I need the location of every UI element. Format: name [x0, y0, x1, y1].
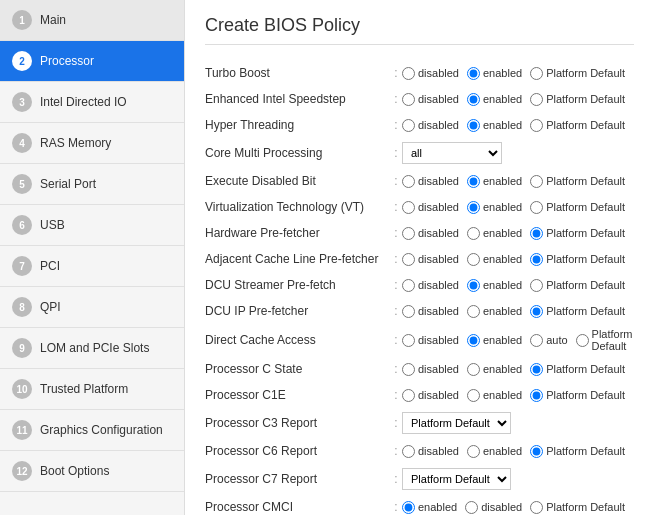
- radio-input[interactable]: [402, 389, 415, 402]
- radio-option[interactable]: disabled: [402, 227, 459, 240]
- radio-option[interactable]: disabled: [402, 175, 459, 188]
- form-select[interactable]: Platform Default: [402, 412, 511, 434]
- sidebar-item-intel-directed-io[interactable]: 3Intel Directed IO: [0, 82, 184, 123]
- radio-input[interactable]: [467, 445, 480, 458]
- radio-option[interactable]: disabled: [402, 389, 459, 402]
- form-select[interactable]: all: [402, 142, 502, 164]
- radio-input[interactable]: [530, 201, 543, 214]
- radio-input[interactable]: [402, 305, 415, 318]
- radio-input[interactable]: [467, 279, 480, 292]
- radio-option[interactable]: disabled: [402, 119, 459, 132]
- radio-option[interactable]: disabled: [402, 67, 459, 80]
- radio-input[interactable]: [465, 501, 478, 514]
- radio-input[interactable]: [467, 93, 480, 106]
- radio-option[interactable]: enabled: [467, 389, 522, 402]
- radio-input[interactable]: [467, 119, 480, 132]
- sidebar-item-graphics-configuration[interactable]: 11Graphics Configuration: [0, 410, 184, 451]
- radio-option[interactable]: enabled: [467, 119, 522, 132]
- radio-option[interactable]: enabled: [467, 93, 522, 106]
- radio-option[interactable]: disabled: [402, 305, 459, 318]
- radio-option[interactable]: Platform Default: [530, 67, 625, 80]
- radio-option[interactable]: Platform Default: [530, 363, 625, 376]
- radio-option[interactable]: disabled: [402, 93, 459, 106]
- form-select[interactable]: Platform Default: [402, 468, 511, 490]
- sidebar-item-boot-options[interactable]: 12Boot Options: [0, 451, 184, 492]
- radio-input[interactable]: [467, 389, 480, 402]
- radio-input[interactable]: [402, 253, 415, 266]
- radio-option[interactable]: Platform Default: [530, 445, 625, 458]
- radio-option[interactable]: enabled: [467, 279, 522, 292]
- radio-option[interactable]: Platform Default: [530, 501, 625, 514]
- radio-input[interactable]: [402, 175, 415, 188]
- radio-option[interactable]: disabled: [402, 445, 459, 458]
- radio-option[interactable]: enabled: [467, 67, 522, 80]
- radio-input[interactable]: [576, 334, 589, 347]
- radio-option[interactable]: Platform Default: [530, 305, 625, 318]
- radio-input[interactable]: [402, 363, 415, 376]
- radio-option[interactable]: Platform Default: [530, 389, 625, 402]
- radio-input[interactable]: [530, 253, 543, 266]
- radio-option[interactable]: enabled: [467, 305, 522, 318]
- radio-input[interactable]: [402, 201, 415, 214]
- radio-input[interactable]: [467, 175, 480, 188]
- radio-option[interactable]: disabled: [402, 279, 459, 292]
- radio-input[interactable]: [467, 363, 480, 376]
- radio-input[interactable]: [402, 334, 415, 347]
- radio-option[interactable]: enabled: [467, 227, 522, 240]
- radio-option[interactable]: disabled: [402, 253, 459, 266]
- radio-option[interactable]: enabled: [467, 201, 522, 214]
- radio-input[interactable]: [530, 389, 543, 402]
- radio-option[interactable]: enabled: [402, 501, 457, 514]
- radio-input[interactable]: [530, 334, 543, 347]
- radio-option[interactable]: Platform Default: [530, 279, 625, 292]
- radio-input[interactable]: [402, 93, 415, 106]
- radio-input[interactable]: [530, 93, 543, 106]
- radio-option[interactable]: enabled: [467, 445, 522, 458]
- radio-option[interactable]: enabled: [467, 175, 522, 188]
- radio-input[interactable]: [467, 201, 480, 214]
- radio-input[interactable]: [530, 175, 543, 188]
- radio-option[interactable]: disabled: [402, 201, 459, 214]
- radio-option[interactable]: Platform Default: [530, 93, 625, 106]
- radio-option[interactable]: Platform Default: [530, 175, 625, 188]
- radio-input[interactable]: [530, 119, 543, 132]
- radio-input[interactable]: [402, 67, 415, 80]
- sidebar-item-main[interactable]: 1Main: [0, 0, 184, 41]
- radio-input[interactable]: [467, 227, 480, 240]
- radio-input[interactable]: [530, 67, 543, 80]
- sidebar-item-ras-memory[interactable]: 4RAS Memory: [0, 123, 184, 164]
- radio-input[interactable]: [402, 119, 415, 132]
- radio-input[interactable]: [530, 227, 543, 240]
- radio-input[interactable]: [467, 67, 480, 80]
- radio-input[interactable]: [467, 305, 480, 318]
- sidebar-item-serial-port[interactable]: 5Serial Port: [0, 164, 184, 205]
- radio-input[interactable]: [530, 363, 543, 376]
- radio-option[interactable]: Platform Default: [530, 227, 625, 240]
- sidebar-item-lom-and-pcie-slots[interactable]: 9LOM and PCIe Slots: [0, 328, 184, 369]
- radio-option[interactable]: auto: [530, 334, 567, 347]
- radio-input[interactable]: [530, 279, 543, 292]
- sidebar-item-trusted-platform[interactable]: 10Trusted Platform: [0, 369, 184, 410]
- radio-input[interactable]: [402, 227, 415, 240]
- radio-option[interactable]: enabled: [467, 334, 522, 347]
- radio-option[interactable]: disabled: [465, 501, 522, 514]
- radio-input[interactable]: [402, 279, 415, 292]
- radio-option[interactable]: disabled: [402, 334, 459, 347]
- radio-option[interactable]: Platform Default: [530, 253, 625, 266]
- radio-option[interactable]: enabled: [467, 253, 522, 266]
- radio-option[interactable]: Platform Default: [530, 119, 625, 132]
- radio-input[interactable]: [467, 334, 480, 347]
- radio-input[interactable]: [530, 501, 543, 514]
- sidebar-item-usb[interactable]: 6USB: [0, 205, 184, 246]
- sidebar-item-qpi[interactable]: 8QPI: [0, 287, 184, 328]
- radio-option[interactable]: Platform Default: [530, 201, 625, 214]
- sidebar-item-pci[interactable]: 7PCI: [0, 246, 184, 287]
- radio-option[interactable]: disabled: [402, 363, 459, 376]
- sidebar-item-processor[interactable]: 2Processor: [0, 41, 184, 82]
- radio-input[interactable]: [467, 253, 480, 266]
- radio-option[interactable]: Platform Default: [576, 328, 634, 352]
- radio-input[interactable]: [402, 501, 415, 514]
- radio-input[interactable]: [530, 305, 543, 318]
- radio-option[interactable]: enabled: [467, 363, 522, 376]
- radio-input[interactable]: [402, 445, 415, 458]
